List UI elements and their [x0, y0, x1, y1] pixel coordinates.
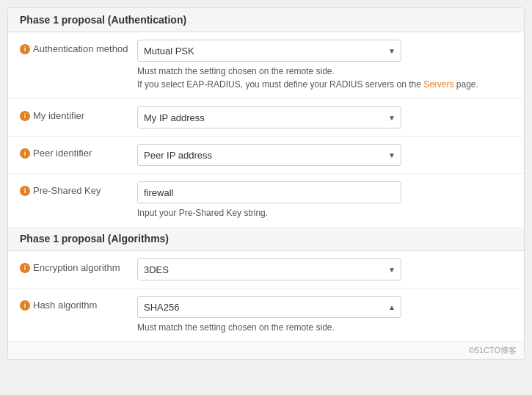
encryption-algo-select[interactable]: 3DES AES128 AES256 — [137, 258, 401, 280]
hash-algo-control: SHA256 SHA1 MD5 ▲ Must match the setting… — [137, 296, 512, 334]
auth-method-select-wrapper: Mutual PSK Mutual RSA EAP-RADIUS ▼ — [137, 40, 401, 62]
pre-shared-key-control: Input your Pre-Shared Key string. — [137, 181, 512, 220]
encryption-algo-label: i Encryption algorithm — [20, 258, 137, 275]
hash-algo-label: i Hash algorithm — [20, 296, 137, 312]
peer-identifier-control: Peer IP address Distinguished name FQDN … — [137, 144, 512, 166]
encryption-algo-control: 3DES AES128 AES256 ▼ — [137, 258, 512, 280]
peer-identifier-select-wrapper: Peer IP address Distinguished name FQDN … — [137, 144, 401, 166]
my-identifier-select-wrapper: My IP address Distinguished name FQDN ▼ — [137, 106, 401, 128]
auth-method-help: Must match the setting chosen on the rem… — [137, 65, 512, 91]
auth-method-info-icon: i — [20, 44, 30, 54]
auth-method-control: Mutual PSK Mutual RSA EAP-RADIUS ▼ Must … — [137, 40, 512, 91]
watermark: ©51CTO博客 — [8, 341, 524, 359]
main-container: Phase 1 proposal (Authentication) i Auth… — [7, 7, 525, 360]
hash-algo-help: Must match the setting chosen on the rem… — [137, 321, 512, 334]
my-identifier-info-icon: i — [20, 111, 30, 121]
auth-method-label: i Authentication method — [20, 40, 137, 56]
hash-algo-info-icon: i — [20, 300, 30, 311]
my-identifier-control: My IP address Distinguished name FQDN ▼ — [137, 106, 512, 128]
my-identifier-label: i My identifier — [20, 106, 137, 123]
auth-method-select[interactable]: Mutual PSK Mutual RSA EAP-RADIUS — [137, 40, 401, 62]
hash-algo-select[interactable]: SHA256 SHA1 MD5 — [137, 296, 401, 318]
section-algo-header: Phase 1 proposal (Algorithms) — [8, 227, 524, 251]
encryption-algo-row: i Encryption algorithm 3DES AES128 AES25… — [8, 251, 524, 289]
hash-algo-select-wrapper: SHA256 SHA1 MD5 ▲ — [137, 296, 401, 318]
pre-shared-key-help: Input your Pre-Shared Key string. — [137, 206, 512, 220]
pre-shared-key-label: i Pre-Shared Key — [20, 181, 137, 198]
pre-shared-key-info-icon: i — [20, 186, 30, 196]
auth-method-row: i Authentication method Mutual PSK Mutua… — [8, 32, 524, 99]
pre-shared-key-input[interactable] — [137, 181, 401, 203]
hash-algo-row: i Hash algorithm SHA256 SHA1 MD5 ▲ Must … — [8, 289, 524, 341]
encryption-algo-info-icon: i — [20, 263, 30, 273]
algo-form-body: i Encryption algorithm 3DES AES128 AES25… — [8, 251, 524, 341]
auth-form-body: i Authentication method Mutual PSK Mutua… — [8, 32, 524, 227]
my-identifier-row: i My identifier My IP address Distinguis… — [8, 99, 524, 137]
peer-identifier-select[interactable]: Peer IP address Distinguished name FQDN — [137, 144, 401, 166]
my-identifier-select[interactable]: My IP address Distinguished name FQDN — [137, 106, 401, 128]
peer-identifier-row: i Peer identifier Peer IP address Distin… — [8, 137, 524, 174]
peer-identifier-label: i Peer identifier — [20, 144, 137, 160]
pre-shared-key-row: i Pre-Shared Key Input your Pre-Shared K… — [8, 174, 524, 227]
encryption-algo-select-wrapper: 3DES AES128 AES256 ▼ — [137, 258, 401, 280]
peer-identifier-info-icon: i — [20, 148, 30, 159]
servers-link[interactable]: Servers — [423, 79, 453, 90]
section-auth-header: Phase 1 proposal (Authentication) — [8, 8, 524, 32]
